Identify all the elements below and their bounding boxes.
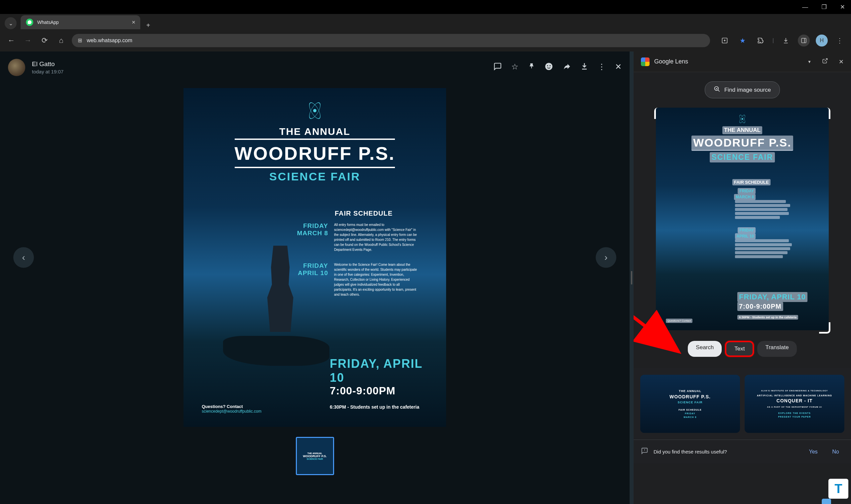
lens-close-icon[interactable]: ✕ [839, 58, 844, 66]
find-image-source-button[interactable]: Find image source [705, 82, 780, 98]
lens-mode-tabs: Search Text Translate [644, 334, 840, 364]
whatsapp-media-viewer: El Gatto today at 19:07 ☆ ⋮ ✕ ‹ › THE AN… [0, 52, 630, 504]
poster-school-text: WOODRUFF P.S. [235, 139, 395, 168]
feedback-text: Did you find these results useful? [654, 449, 799, 455]
extensions-icon[interactable] [755, 35, 766, 47]
feedback-bar: Did you find these results useful? Yes N… [634, 439, 851, 464]
svg-point-6 [715, 87, 719, 91]
poster-footer: Questions? Contact sciencedept@woodruffp… [202, 404, 261, 414]
window-minimize-button[interactable]: — [802, 4, 808, 11]
window-titlebar: — ❐ ✕ [0, 0, 851, 14]
window-close-button[interactable]: ✕ [840, 3, 845, 11]
browser-tab[interactable]: WhatsApp ✕ [21, 15, 140, 29]
lens-preview-image: THE ANNUAL WOODRUFF P.S. SCIENCE FAIR FA… [656, 108, 829, 330]
emoji-icon[interactable] [545, 62, 553, 73]
open-external-icon[interactable] [822, 58, 828, 66]
tab-text[interactable]: Text [725, 341, 754, 357]
close-icon[interactable]: ✕ [615, 62, 622, 73]
sched-date-2: APRIL 10 [288, 269, 328, 277]
browser-menu-icon[interactable]: ⋮ [834, 35, 846, 47]
schedule-title: FAIR SCHEDULE [335, 210, 428, 217]
back-button[interactable]: ← [5, 36, 17, 45]
google-lens-logo-icon [641, 57, 650, 66]
thumbnail-strip: THE ANNUAL WOODRUFF P.S. SCIENCE FAIR [0, 432, 630, 480]
lens-results: THE ANNUAL WOODRUFF P.S. SCIENCE FAIR FA… [634, 368, 851, 439]
avatar[interactable] [8, 59, 25, 76]
bottom-indicator [822, 499, 831, 504]
reload-button[interactable]: ⟳ [39, 36, 51, 45]
prev-image-button[interactable]: ‹ [13, 247, 34, 268]
new-tab-button[interactable]: + [146, 22, 150, 29]
site-settings-icon[interactable]: ⊞ [78, 37, 82, 43]
magnify-image-icon [714, 86, 720, 94]
watermark: T [828, 479, 848, 499]
result-card-2[interactable]: ALVA'S INSTITUTE OF ENGINEERING & TECHNO… [745, 375, 844, 433]
media-actions: ☆ ⋮ ✕ [493, 62, 622, 73]
forward-button[interactable]: → [22, 36, 34, 45]
svg-rect-1 [801, 38, 806, 43]
profile-avatar[interactable]: H [816, 35, 828, 47]
google-lens-panel: Google Lens ▼ ✕ Find image source [634, 52, 851, 504]
lens-image-preview[interactable]: THE ANNUAL WOODRUFF P.S. SCIENCE FAIR FA… [654, 108, 830, 334]
content-area: El Gatto today at 19:07 ☆ ⋮ ✕ ‹ › THE AN… [0, 52, 851, 504]
username: El Gatto [32, 60, 487, 68]
schedule-section: FAIR SCHEDULE FRIDAY MARCH 8 All entry f… [202, 210, 428, 307]
pin-icon[interactable] [528, 62, 535, 73]
tab-translate[interactable]: Translate [757, 341, 797, 357]
url-text: web.whatsapp.com [87, 38, 132, 43]
lens-title: Google Lens [654, 58, 805, 65]
forward-icon[interactable] [563, 62, 571, 73]
tab-search-button[interactable]: ⌄ [5, 17, 17, 29]
poster-questions: Questions? Contact [202, 404, 261, 409]
chevron-down-icon[interactable]: ▼ [808, 59, 812, 64]
toolbar-icons: ★ | H ⋮ [719, 35, 846, 47]
tab-close-button[interactable]: ✕ [131, 20, 136, 25]
tab-strip: ⌄ WhatsApp ✕ + [0, 14, 851, 29]
window-maximize-button[interactable]: ❐ [821, 3, 827, 11]
find-source-label: Find image source [724, 87, 771, 93]
poster-event-date: FRIDAY, APRIL 10 [202, 357, 428, 385]
lens-top-section: Find image source THE ANNUAL WOODRUFF P.… [634, 72, 851, 368]
atom-icon [305, 101, 324, 120]
sched-day-1: FRIDAY [288, 222, 328, 230]
download-icon[interactable] [580, 62, 588, 73]
sidepanel-icon[interactable] [798, 35, 810, 47]
downloads-icon[interactable] [780, 35, 792, 47]
svg-point-5 [549, 65, 550, 66]
sched-day-2: FRIDAY [288, 262, 328, 269]
chat-icon[interactable] [493, 62, 502, 73]
install-app-icon[interactable] [719, 35, 731, 47]
result-card-1[interactable]: THE ANNUAL WOODRUFF P.S. SCIENCE FAIR FA… [640, 375, 740, 433]
timestamp: today at 19:07 [32, 69, 487, 74]
sched-text-2: Welcome to the Science Fair! Come learn … [334, 262, 417, 297]
lens-header: Google Lens ▼ ✕ [634, 52, 851, 72]
address-bar: ← → ⟳ ⌂ ⊞ web.whatsapp.com ★ | H ⋮ [0, 29, 851, 52]
poster-annual-text: THE ANNUAL [202, 126, 428, 137]
media-header: El Gatto today at 19:07 ☆ ⋮ ✕ [0, 52, 630, 83]
feedback-icon [641, 447, 648, 456]
star-icon[interactable]: ☆ [511, 62, 518, 73]
feedback-no-button[interactable]: No [828, 447, 844, 457]
svg-point-3 [545, 63, 552, 70]
url-input[interactable]: ⊞ web.whatsapp.com [72, 34, 710, 47]
panel-resize-handle[interactable] [630, 52, 634, 504]
poster-image[interactable]: THE ANNUAL WOODRUFF P.S. SCIENCE FAIR FA… [183, 88, 446, 427]
menu-icon[interactable]: ⋮ [598, 62, 606, 73]
feedback-yes-button[interactable]: Yes [804, 447, 822, 457]
sched-date-1: MARCH 8 [288, 230, 328, 237]
poster-event-time: 7:00-9:00PM [202, 385, 428, 397]
lens-body: Find image source THE ANNUAL WOODRUFF P.… [634, 72, 851, 504]
poster-email: sciencedept@woodruffpublic.com [202, 409, 261, 414]
browser-chrome: ⌄ WhatsApp ✕ + ← → ⟳ ⌂ ⊞ web.whatsapp.co… [0, 14, 851, 52]
tab-title: WhatsApp [37, 20, 59, 25]
image-stage: ‹ › THE ANNUAL WOODRUFF P.S. SCIENCE FAI… [0, 83, 630, 432]
thumbnail[interactable]: THE ANNUAL WOODRUFF P.S. SCIENCE FAIR [296, 437, 334, 475]
home-button[interactable]: ⌂ [55, 36, 67, 45]
poster-fair-text: SCIENCE FAIR [202, 170, 428, 183]
tab-search[interactable]: Search [688, 341, 722, 357]
svg-point-4 [547, 65, 548, 66]
next-image-button[interactable]: › [596, 247, 616, 268]
user-info: El Gatto today at 19:07 [32, 60, 487, 74]
bookmark-star-icon[interactable]: ★ [737, 35, 749, 47]
whatsapp-favicon [26, 19, 33, 26]
